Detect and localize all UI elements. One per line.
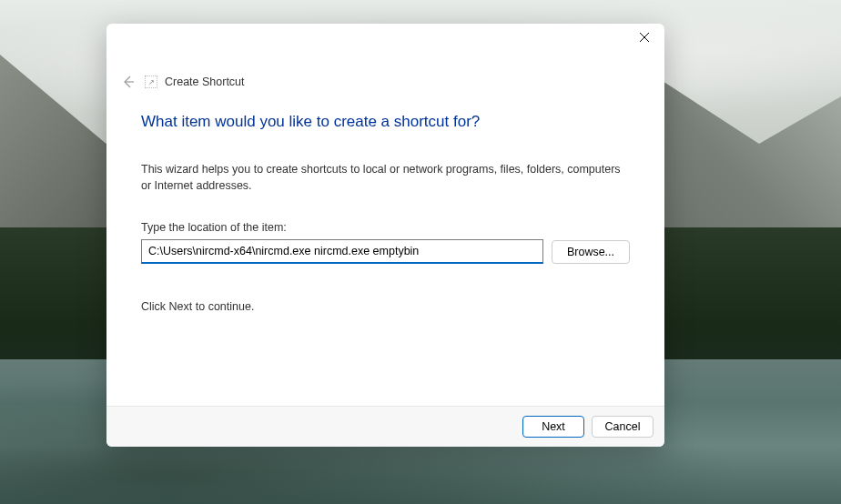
dialog-title: Create Shortcut bbox=[165, 76, 245, 88]
back-button[interactable] bbox=[119, 73, 137, 91]
browse-button[interactable]: Browse... bbox=[552, 240, 630, 264]
location-field-label: Type the location of the item: bbox=[141, 221, 630, 234]
dialog-content: What item would you like to create a sho… bbox=[106, 91, 664, 406]
dialog-header: ↗ Create Shortcut bbox=[106, 73, 664, 91]
shortcut-icon: ↗ bbox=[145, 76, 157, 88]
page-heading: What item would you like to create a sho… bbox=[141, 113, 630, 131]
location-input-row: Browse... bbox=[141, 239, 630, 264]
wizard-description: This wizard helps you to create shortcut… bbox=[141, 161, 630, 194]
close-button[interactable] bbox=[624, 24, 664, 51]
titlebar bbox=[106, 24, 664, 60]
cancel-button[interactable]: Cancel bbox=[592, 416, 654, 438]
close-icon bbox=[640, 33, 649, 42]
dialog-footer: Next Cancel bbox=[106, 406, 664, 447]
next-instruction: Click Next to continue. bbox=[141, 300, 630, 313]
next-button[interactable]: Next bbox=[522, 416, 584, 438]
location-input[interactable] bbox=[141, 239, 543, 264]
create-shortcut-dialog: ↗ Create Shortcut What item would you li… bbox=[106, 24, 664, 447]
back-arrow-icon bbox=[121, 75, 136, 89]
